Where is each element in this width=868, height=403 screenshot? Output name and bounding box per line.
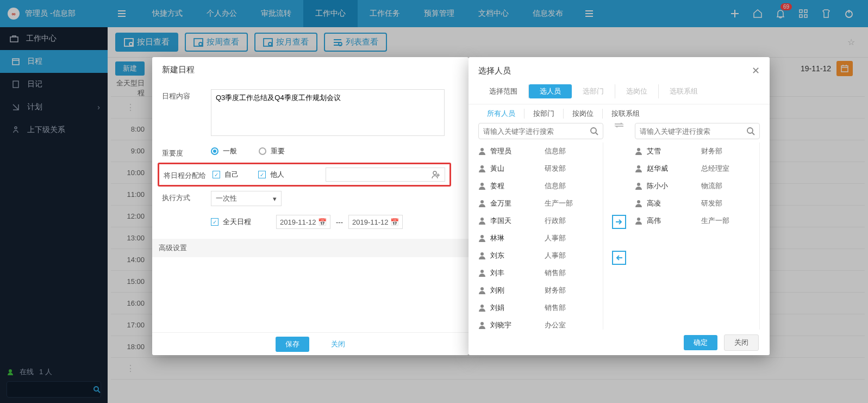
dialog-footer: 保存 关闭: [152, 332, 469, 355]
scope-tabs: 选择范围 选人员 选部门 选岗位 选联系组: [469, 82, 770, 104]
date-to[interactable]: 2019-11-12📅: [348, 215, 403, 229]
person-dept: 信息部: [545, 181, 566, 191]
person-row[interactable]: 赵华威总经理室: [635, 160, 757, 177]
svg-point-25: [480, 218, 484, 221]
calendar-icon: 📅: [318, 218, 327, 226]
save-button[interactable]: 保存: [276, 337, 309, 352]
filter-bydept[interactable]: 按部门: [524, 109, 564, 119]
svg-point-28: [480, 270, 484, 273]
search-icon: [590, 127, 598, 135]
person-name: 金万里: [490, 199, 545, 208]
person-row[interactable]: 刘东人事部: [478, 247, 601, 264]
person-icon: [478, 321, 486, 329]
scope-range[interactable]: 选择范围: [478, 84, 529, 98]
check-label: 他人: [270, 170, 284, 179]
radio-normal[interactable]: 一般: [211, 146, 237, 156]
radio-important[interactable]: 重要: [259, 146, 285, 156]
available-list[interactable]: 管理员信息部黃山研发部姜程信息部金万里生产一部李国天行政部林琳人事部刘东人事部刘…: [478, 142, 603, 330]
person-dept: 生产一部: [701, 216, 729, 226]
person-dept: 销售部: [545, 303, 566, 313]
select-people-dialog: 选择人员 ✕ 选择范围 选人员 选部门 选岗位 选联系组 所有人员 按部门 按岗…: [469, 57, 770, 355]
scope-contact: 选联系组: [659, 84, 709, 98]
person-row[interactable]: 黃山研发部: [478, 160, 601, 177]
svg-point-24: [480, 200, 484, 203]
person-icon: [635, 200, 642, 207]
label-mode: 执行方式: [162, 191, 211, 203]
date-from[interactable]: 2019-11-12📅: [276, 215, 330, 229]
person-row[interactable]: 刘晓宇办公室: [478, 317, 601, 330]
chevron-down-icon: ▾: [273, 195, 277, 203]
check-self[interactable]: ✓自己: [213, 170, 239, 179]
person-row[interactable]: 刘丰销售部: [478, 264, 601, 282]
person-row[interactable]: 刘娟销售部: [478, 299, 601, 317]
person-name: 艾雪: [647, 146, 701, 156]
person-icon: [478, 287, 486, 294]
person-row[interactable]: 刘刚财务部: [478, 282, 601, 299]
person-row[interactable]: 姜程信息部: [478, 177, 601, 195]
person-row[interactable]: 管理员信息部: [478, 142, 601, 160]
close-button[interactable]: 关闭: [331, 339, 345, 349]
swap-right-icon[interactable]: [614, 122, 624, 128]
move-left-button[interactable]: [612, 251, 626, 265]
person-name: 刘娟: [490, 303, 545, 313]
person-row[interactable]: 高伟生产一部: [635, 212, 757, 230]
filter-tabs: 所有人员 按部门 按岗位 按联系组: [469, 104, 770, 123]
selected-col: 艾雪财务部赵华威总经理室陈小小物流部高凌研发部高伟生产一部: [635, 123, 760, 330]
person-icon: [478, 200, 486, 207]
picker-body: 管理员信息部黃山研发部姜程信息部金万里生产一部李国天行政部林琳人事部刘东人事部刘…: [469, 123, 770, 330]
svg-point-37: [637, 218, 640, 221]
person-icon: [478, 234, 486, 242]
svg-point-36: [637, 200, 640, 203]
filter-bycontact[interactable]: 按联系组: [603, 109, 648, 119]
available-col: 管理员信息部黃山研发部姜程信息部金万里生产一部李国天行政部林琳人事部刘东人事部刘…: [478, 123, 603, 330]
close-button[interactable]: 关闭: [724, 334, 759, 351]
person-dept: 生产一部: [545, 199, 573, 208]
available-search[interactable]: [478, 123, 603, 139]
person-icon: [478, 217, 486, 225]
close-icon[interactable]: ✕: [752, 65, 760, 77]
person-row[interactable]: 高凌研发部: [635, 195, 757, 212]
dialog2-footer: 确定 关闭: [684, 330, 770, 355]
person-dept: 办公室: [545, 320, 566, 330]
svg-point-34: [637, 165, 640, 169]
person-icon: [478, 165, 486, 172]
selected-list[interactable]: 艾雪财务部赵华威总经理室陈小小物流部高凌研发部高伟生产一部: [635, 142, 760, 330]
person-dept: 总经理室: [701, 164, 729, 173]
label-assign: 将日程分配给: [164, 169, 213, 181]
person-dept: 人事部: [545, 233, 566, 243]
person-row[interactable]: 李国天行政部: [478, 212, 601, 230]
person-name: 林琳: [490, 233, 545, 243]
date-value: 2019-11-12: [280, 218, 316, 226]
advanced-section[interactable]: 高级设置: [152, 239, 469, 257]
person-icon: [635, 147, 642, 155]
scope-person[interactable]: 选人员: [529, 84, 572, 98]
search-input[interactable]: [640, 127, 746, 135]
filter-bypost[interactable]: 按岗位: [564, 109, 603, 119]
date-sep: ---: [336, 218, 343, 226]
search-icon: [746, 127, 755, 135]
ok-button[interactable]: 确定: [684, 335, 717, 350]
person-icon: [478, 147, 486, 155]
person-name: 高伟: [647, 216, 701, 226]
radio-label: 一般: [223, 146, 237, 156]
person-row[interactable]: 艾雪财务部: [635, 142, 757, 160]
check-allday[interactable]: ✓全天日程: [211, 217, 251, 227]
assignee-input[interactable]: [326, 168, 445, 182]
transfer-controls: [611, 123, 627, 330]
person-row[interactable]: 林琳人事部: [478, 230, 601, 247]
person-icon: [478, 252, 486, 259]
move-right-button[interactable]: [612, 215, 626, 229]
person-icon: [478, 182, 486, 190]
person-name: 黃山: [490, 164, 545, 173]
person-name: 高凌: [647, 199, 701, 208]
scope-dept: 选部门: [572, 84, 615, 98]
selected-search[interactable]: [635, 123, 760, 139]
person-row[interactable]: 陈小小物流部: [635, 177, 757, 195]
label-content: 日程内容: [162, 89, 211, 101]
person-row[interactable]: 金万里生产一部: [478, 195, 601, 212]
content-textarea[interactable]: [211, 89, 445, 136]
mode-select[interactable]: 一次性▾: [211, 191, 282, 206]
filter-all[interactable]: 所有人员: [478, 109, 524, 119]
check-other[interactable]: ✓他人: [258, 170, 284, 179]
search-input[interactable]: [483, 127, 590, 135]
